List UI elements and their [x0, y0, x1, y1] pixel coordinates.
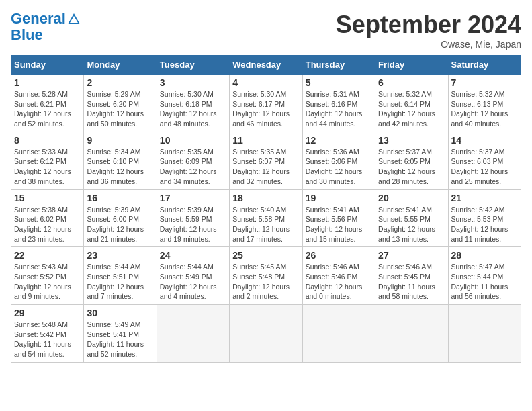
calendar-day-15: 15Sunrise: 5:38 AMSunset: 6:02 PMDayligh… [11, 189, 84, 247]
logo-text: GeneralBlue [11, 11, 82, 43]
day-number: 19 [306, 193, 372, 203]
weekday-sunday: Sunday [11, 56, 84, 75]
calendar-day-empty [375, 305, 448, 363]
day-number: 24 [160, 250, 226, 261]
calendar-week-1: 1Sunrise: 5:28 AMSunset: 6:21 PMDaylight… [11, 75, 521, 132]
day-number: 3 [160, 77, 226, 88]
calendar-day-19: 19Sunrise: 5:41 AMSunset: 5:56 PMDayligh… [302, 189, 375, 247]
calendar-week-2: 8Sunrise: 5:33 AMSunset: 6:12 PMDaylight… [11, 132, 521, 189]
calendar-day-18: 18Sunrise: 5:40 AMSunset: 5:58 PMDayligh… [230, 189, 302, 247]
day-number: 27 [378, 250, 445, 261]
calendar-day-4: 4Sunrise: 5:30 AMSunset: 6:17 PMDaylight… [230, 75, 302, 132]
day-number: 8 [14, 135, 81, 146]
day-info: Sunrise: 5:46 AMSunset: 5:46 PMDaylight:… [306, 263, 363, 300]
calendar-week-5: 29Sunrise: 5:48 AMSunset: 5:42 PMDayligh… [11, 305, 521, 363]
day-info: Sunrise: 5:36 AMSunset: 6:06 PMDaylight:… [306, 148, 363, 185]
day-info: Sunrise: 5:47 AMSunset: 5:44 PMDaylight:… [451, 263, 508, 300]
day-number: 29 [14, 308, 81, 318]
calendar-day-16: 16Sunrise: 5:39 AMSunset: 6:00 PMDayligh… [84, 189, 157, 247]
day-info: Sunrise: 5:32 AMSunset: 6:14 PMDaylight:… [378, 90, 435, 128]
calendar-day-26: 26Sunrise: 5:46 AMSunset: 5:46 PMDayligh… [302, 247, 375, 305]
day-info: Sunrise: 5:35 AMSunset: 6:07 PMDaylight:… [232, 148, 290, 185]
calendar-day-20: 20Sunrise: 5:41 AMSunset: 5:55 PMDayligh… [375, 189, 448, 247]
weekday-monday: Monday [84, 56, 157, 75]
day-info: Sunrise: 5:40 AMSunset: 5:58 PMDaylight:… [232, 205, 290, 243]
day-number: 25 [232, 250, 299, 261]
day-info: Sunrise: 5:31 AMSunset: 6:16 PMDaylight:… [306, 90, 363, 128]
calendar-day-empty [302, 305, 375, 363]
page-header: GeneralBlue September 2024 Owase, Mie, J… [11, 11, 521, 50]
day-info: Sunrise: 5:32 AMSunset: 6:13 PMDaylight:… [451, 90, 508, 128]
day-number: 6 [378, 77, 445, 88]
weekday-friday: Friday [375, 56, 448, 75]
day-info: Sunrise: 5:41 AMSunset: 5:55 PMDaylight:… [378, 205, 435, 243]
day-number: 1 [14, 77, 81, 88]
day-info: Sunrise: 5:49 AMSunset: 5:41 PMDaylight:… [87, 320, 144, 358]
day-info: Sunrise: 5:45 AMSunset: 5:48 PMDaylight:… [232, 263, 290, 300]
day-info: Sunrise: 5:37 AMSunset: 6:05 PMDaylight:… [378, 148, 435, 185]
day-number: 17 [160, 193, 226, 203]
calendar-body: 1Sunrise: 5:28 AMSunset: 6:21 PMDaylight… [11, 75, 521, 363]
day-number: 9 [87, 135, 153, 146]
day-info: Sunrise: 5:30 AMSunset: 6:17 PMDaylight:… [232, 90, 290, 128]
calendar-day-22: 22Sunrise: 5:43 AMSunset: 5:52 PMDayligh… [11, 247, 84, 305]
calendar-day-12: 12Sunrise: 5:36 AMSunset: 6:06 PMDayligh… [302, 132, 375, 189]
calendar-day-23: 23Sunrise: 5:44 AMSunset: 5:51 PMDayligh… [84, 247, 157, 305]
day-number: 20 [378, 193, 445, 203]
day-number: 21 [451, 193, 518, 203]
day-info: Sunrise: 5:34 AMSunset: 6:10 PMDaylight:… [87, 148, 144, 185]
month-title: September 2024 [336, 11, 521, 39]
calendar-day-17: 17Sunrise: 5:39 AMSunset: 5:59 PMDayligh… [157, 189, 229, 247]
day-info: Sunrise: 5:28 AMSunset: 6:21 PMDaylight:… [14, 90, 71, 128]
calendar-day-25: 25Sunrise: 5:45 AMSunset: 5:48 PMDayligh… [230, 247, 302, 305]
calendar-day-2: 2Sunrise: 5:29 AMSunset: 6:20 PMDaylight… [84, 75, 157, 132]
logo: GeneralBlue [11, 11, 82, 43]
day-info: Sunrise: 5:42 AMSunset: 5:53 PMDaylight:… [451, 205, 508, 243]
calendar-day-27: 27Sunrise: 5:46 AMSunset: 5:45 PMDayligh… [375, 247, 448, 305]
day-info: Sunrise: 5:44 AMSunset: 5:49 PMDaylight:… [160, 263, 217, 300]
day-info: Sunrise: 5:33 AMSunset: 6:12 PMDaylight:… [14, 148, 71, 185]
day-number: 14 [451, 135, 518, 146]
day-number: 15 [14, 193, 81, 203]
day-info: Sunrise: 5:39 AMSunset: 6:00 PMDaylight:… [87, 205, 144, 243]
title-block: September 2024 Owase, Mie, Japan [336, 11, 521, 50]
calendar-day-9: 9Sunrise: 5:34 AMSunset: 6:10 PMDaylight… [84, 132, 157, 189]
calendar-day-21: 21Sunrise: 5:42 AMSunset: 5:53 PMDayligh… [448, 189, 521, 247]
day-info: Sunrise: 5:38 AMSunset: 6:02 PMDaylight:… [14, 205, 71, 243]
day-number: 12 [306, 135, 372, 146]
day-info: Sunrise: 5:39 AMSunset: 5:59 PMDaylight:… [160, 205, 217, 243]
weekday-wednesday: Wednesday [230, 56, 302, 75]
calendar-day-14: 14Sunrise: 5:37 AMSunset: 6:03 PMDayligh… [448, 132, 521, 189]
day-number: 18 [232, 193, 299, 203]
day-number: 10 [160, 135, 226, 146]
day-info: Sunrise: 5:41 AMSunset: 5:56 PMDaylight:… [306, 205, 363, 243]
day-number: 28 [451, 250, 518, 261]
day-number: 5 [306, 77, 372, 88]
logo-icon [66, 12, 81, 27]
calendar-day-6: 6Sunrise: 5:32 AMSunset: 6:14 PMDaylight… [375, 75, 448, 132]
calendar-day-3: 3Sunrise: 5:30 AMSunset: 6:18 PMDaylight… [157, 75, 229, 132]
location: Owase, Mie, Japan [336, 39, 521, 50]
calendar-day-5: 5Sunrise: 5:31 AMSunset: 6:16 PMDaylight… [302, 75, 375, 132]
day-number: 4 [232, 77, 299, 88]
weekday-header: SundayMondayTuesdayWednesdayThursdayFrid… [11, 56, 521, 75]
calendar-day-29: 29Sunrise: 5:48 AMSunset: 5:42 PMDayligh… [11, 305, 84, 363]
day-number: 22 [14, 250, 81, 261]
calendar-day-8: 8Sunrise: 5:33 AMSunset: 6:12 PMDaylight… [11, 132, 84, 189]
calendar-day-empty [230, 305, 302, 363]
day-info: Sunrise: 5:29 AMSunset: 6:20 PMDaylight:… [87, 90, 144, 128]
calendar-table: SundayMondayTuesdayWednesdayThursdayFrid… [11, 55, 521, 363]
day-info: Sunrise: 5:43 AMSunset: 5:52 PMDaylight:… [14, 263, 71, 300]
day-info: Sunrise: 5:37 AMSunset: 6:03 PMDaylight:… [451, 148, 508, 185]
calendar-day-11: 11Sunrise: 5:35 AMSunset: 6:07 PMDayligh… [230, 132, 302, 189]
calendar-week-3: 15Sunrise: 5:38 AMSunset: 6:02 PMDayligh… [11, 189, 521, 247]
calendar-week-4: 22Sunrise: 5:43 AMSunset: 5:52 PMDayligh… [11, 247, 521, 305]
day-number: 30 [87, 308, 153, 318]
weekday-thursday: Thursday [302, 56, 375, 75]
calendar-day-30: 30Sunrise: 5:49 AMSunset: 5:41 PMDayligh… [84, 305, 157, 363]
calendar-day-7: 7Sunrise: 5:32 AMSunset: 6:13 PMDaylight… [448, 75, 521, 132]
calendar-day-empty [448, 305, 521, 363]
day-number: 23 [87, 250, 153, 261]
weekday-tuesday: Tuesday [157, 56, 229, 75]
weekday-saturday: Saturday [448, 56, 521, 75]
